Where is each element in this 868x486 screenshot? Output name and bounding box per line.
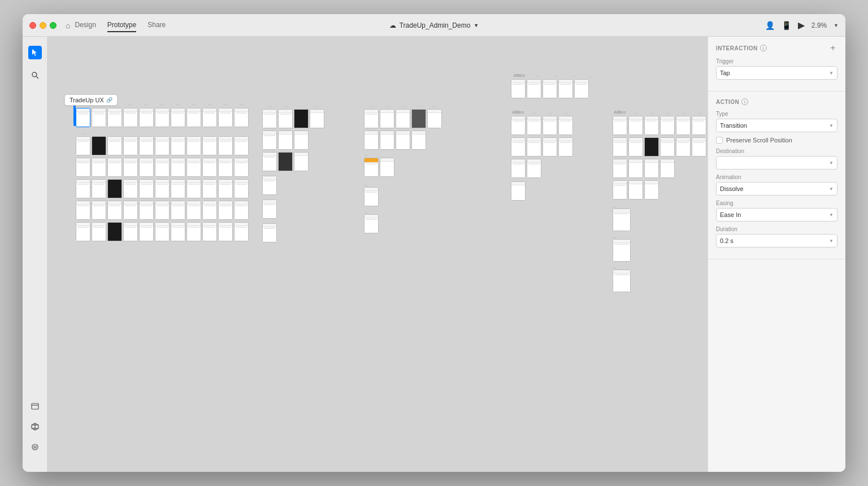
- canvas[interactable]: TradeUp UX 🔗 … … … … … …: [47, 37, 708, 472]
- proto-frame[interactable]: [262, 109, 277, 128]
- easing-select[interactable]: Ease In ▼: [716, 208, 837, 222]
- proto-frame[interactable]: [92, 222, 106, 241]
- proto-frame[interactable]: [107, 222, 122, 241]
- proto-frame[interactable]: [644, 116, 659, 135]
- proto-frame[interactable]: [186, 136, 201, 155]
- proto-frame[interactable]: [92, 201, 106, 220]
- proto-frame[interactable]: [628, 180, 643, 199]
- proto-frame[interactable]: [542, 116, 557, 135]
- maximize-button[interactable]: [50, 22, 57, 29]
- proto-frame[interactable]: [511, 116, 526, 135]
- proto-frame[interactable]: [294, 109, 309, 128]
- duration-select[interactable]: 0.2 s ▼: [716, 234, 837, 248]
- proto-frame[interactable]: [186, 158, 201, 177]
- proto-frame[interactable]: [411, 131, 426, 150]
- proto-frame[interactable]: [202, 201, 217, 220]
- preserve-scroll-checkbox[interactable]: [716, 137, 723, 144]
- user-icon[interactable]: 👤: [765, 21, 775, 30]
- zoom-tool[interactable]: [28, 68, 42, 82]
- proto-frame[interactable]: [396, 131, 410, 150]
- device-icon[interactable]: 📱: [782, 21, 791, 30]
- minimize-button[interactable]: [40, 22, 46, 29]
- proto-frame[interactable]: [542, 79, 557, 98]
- proto-frame[interactable]: [171, 179, 185, 198]
- proto-frame[interactable]: [380, 158, 394, 177]
- proto-frame[interactable]: [310, 109, 324, 128]
- pointer-tool[interactable]: [28, 46, 42, 59]
- proto-frame[interactable]: [234, 136, 249, 155]
- proto-frame[interactable]: [628, 116, 643, 135]
- proto-frame[interactable]: [123, 179, 138, 198]
- proto-frame[interactable]: [613, 116, 627, 135]
- proto-frame[interactable]: [92, 158, 106, 177]
- proto-frame[interactable]: [92, 136, 106, 155]
- proto-frame[interactable]: [234, 201, 249, 220]
- proto-frame[interactable]: [202, 108, 217, 127]
- proto-frame[interactable]: [380, 109, 394, 128]
- proto-frame[interactable]: [218, 136, 233, 155]
- components-icon[interactable]: [28, 420, 42, 433]
- destination-select[interactable]: ▼: [716, 156, 837, 170]
- proto-frame[interactable]: [262, 131, 277, 150]
- proto-frame[interactable]: [76, 179, 90, 198]
- proto-frame[interactable]: [155, 136, 170, 155]
- proto-frame[interactable]: [644, 180, 659, 199]
- proto-frame[interactable]: [123, 201, 138, 220]
- proto-frame[interactable]: [364, 131, 379, 150]
- proto-frame[interactable]: [139, 179, 154, 198]
- proto-frame[interactable]: [278, 109, 293, 128]
- proto-frame[interactable]: [139, 222, 154, 241]
- proto-frame[interactable]: [613, 137, 627, 157]
- proto-frame[interactable]: [92, 108, 106, 127]
- proto-frame[interactable]: [644, 137, 659, 157]
- proto-frame[interactable]: [234, 108, 249, 127]
- proto-frame[interactable]: [396, 109, 410, 128]
- proto-frame[interactable]: [171, 136, 185, 155]
- proto-frame[interactable]: [139, 158, 154, 177]
- play-button[interactable]: ▶: [798, 20, 805, 31]
- proto-frame[interactable]: [107, 201, 122, 220]
- proto-frame[interactable]: [660, 116, 675, 135]
- proto-frame[interactable]: [186, 108, 201, 127]
- assets-icon[interactable]: [28, 440, 42, 454]
- proto-frame[interactable]: [262, 176, 277, 195]
- proto-frame[interactable]: [692, 137, 706, 157]
- tab-design[interactable]: Design: [75, 19, 96, 32]
- proto-frame[interactable]: [76, 158, 90, 177]
- proto-frame[interactable]: [542, 137, 557, 157]
- proto-frame[interactable]: [558, 79, 573, 98]
- proto-frame[interactable]: [660, 137, 675, 157]
- proto-frame[interactable]: [123, 222, 138, 241]
- zoom-chevron-icon[interactable]: ▼: [834, 23, 839, 28]
- proto-frame[interactable]: [123, 158, 138, 177]
- proto-frame[interactable]: [139, 136, 154, 155]
- proto-frame[interactable]: [155, 158, 170, 177]
- proto-frame[interactable]: [364, 214, 379, 233]
- proto-frame[interactable]: [186, 179, 201, 198]
- proto-frame[interactable]: [511, 79, 526, 98]
- proto-frame[interactable]: [527, 159, 541, 178]
- proto-frame[interactable]: [218, 108, 233, 127]
- proto-frame[interactable]: [107, 179, 122, 198]
- proto-frame[interactable]: [155, 108, 170, 127]
- proto-frame[interactable]: [76, 108, 90, 127]
- proto-frame[interactable]: [660, 159, 675, 178]
- proto-frame[interactable]: [218, 158, 233, 177]
- proto-frame[interactable]: [628, 159, 643, 178]
- proto-frame[interactable]: [278, 152, 293, 171]
- proto-frame[interactable]: [511, 137, 526, 157]
- proto-frame[interactable]: [278, 131, 293, 150]
- proto-frame[interactable]: [411, 109, 426, 128]
- proto-frame[interactable]: [92, 179, 106, 198]
- proto-frame[interactable]: [107, 136, 122, 155]
- proto-frame[interactable]: [364, 187, 379, 206]
- proto-frame[interactable]: [186, 201, 201, 220]
- proto-frame[interactable]: [364, 158, 379, 177]
- proto-frame[interactable]: [155, 179, 170, 198]
- proto-frame[interactable]: [171, 201, 185, 220]
- proto-frame[interactable]: [171, 108, 185, 127]
- proto-frame[interactable]: [613, 180, 627, 199]
- proto-frame[interactable]: [613, 159, 627, 178]
- proto-frame[interactable]: [76, 222, 90, 241]
- proto-frame[interactable]: [234, 179, 249, 198]
